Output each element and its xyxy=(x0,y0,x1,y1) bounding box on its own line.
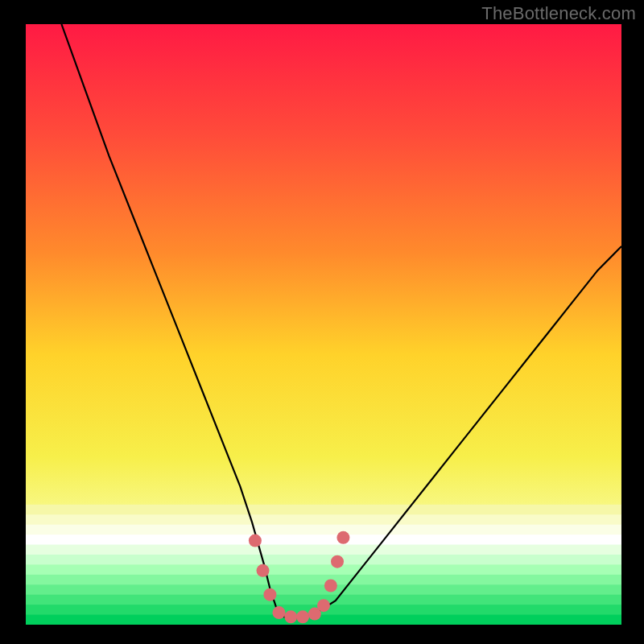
trough-marker xyxy=(284,610,297,623)
trough-marker xyxy=(257,564,270,577)
svg-rect-5 xyxy=(26,545,621,555)
trough-marker xyxy=(296,610,309,623)
svg-rect-3 xyxy=(26,525,621,535)
trough-marker xyxy=(317,599,330,612)
svg-rect-9 xyxy=(26,584,621,595)
svg-rect-12 xyxy=(26,615,621,625)
trough-marker xyxy=(263,588,276,601)
svg-rect-2 xyxy=(26,514,621,525)
chart-stage: TheBottleneck.com xyxy=(0,0,644,644)
trough-marker xyxy=(249,535,262,547)
trough-marker xyxy=(273,606,286,619)
trough-marker xyxy=(336,531,349,544)
svg-rect-1 xyxy=(26,505,621,515)
svg-rect-8 xyxy=(26,575,621,585)
svg-rect-6 xyxy=(26,555,621,565)
svg-rect-4 xyxy=(26,535,621,545)
trough-marker xyxy=(324,580,337,592)
plot-inner xyxy=(26,24,621,625)
svg-rect-7 xyxy=(26,564,621,575)
watermark-label: TheBottleneck.com xyxy=(481,3,636,24)
bottleneck-chart xyxy=(0,0,644,644)
trough-marker xyxy=(331,555,344,568)
